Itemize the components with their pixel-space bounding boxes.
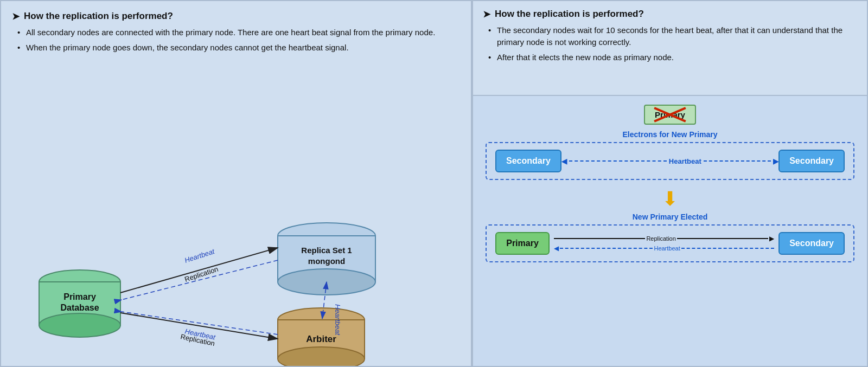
svg-text:Database: Database [60, 303, 99, 312]
right-panel: ➤ How the replication is performed? The … [472, 0, 868, 367]
right-title: ➤ How the replication is performed? [483, 9, 857, 20]
svg-text:Replication: Replication [183, 265, 219, 284]
down-arrow: ⬇ [662, 188, 678, 210]
heartbeat-arrows: ◀ Heartbeat ▶ [561, 157, 778, 165]
left-title: ➤ How the replication is performed? [12, 11, 460, 22]
left-diagram: Primary Database Replica Set 1 mongond A… [1, 165, 473, 366]
secondary-btn-3: Secondary [778, 232, 845, 255]
secondary-heartbeat-box: Secondary ◀ Heartbeat ▶ Secondary [486, 142, 854, 180]
heartbeat-label-2: Heartbeat [654, 245, 680, 252]
svg-line-27 [122, 260, 278, 300]
secondary-btn-1: Secondary [495, 150, 561, 172]
primary-new-btn: Primary [495, 232, 550, 255]
new-primary-label: New Primary Elected [633, 213, 708, 221]
replication-label: Replication [646, 235, 675, 242]
secondary-btn-2: Secondary [778, 150, 845, 172]
right-top: ➤ How the replication is performed? The … [473, 1, 867, 96]
arrow-icon: ➤ [12, 11, 20, 22]
left-bullet-2: When the primary node goes down, the sec… [17, 42, 460, 54]
right-arrow-icon: ➤ [483, 9, 490, 20]
new-primary-box: Primary Replication ▶ ◀ Heartbeat Second… [486, 224, 854, 262]
primary-failed-container: Primary [644, 105, 696, 127]
left-panel: ➤ How the replication is performed? All … [0, 0, 472, 367]
svg-text:Primary: Primary [63, 292, 96, 301]
left-bullet-list: All secondary nodes are connected with t… [12, 27, 460, 54]
svg-text:Heartbeat: Heartbeat [183, 247, 216, 265]
replication-row: Replication ▶ [554, 235, 774, 242]
replication-heartbeat-arrows: Replication ▶ ◀ Heartbeat [550, 235, 778, 252]
heartbeat-row: ◀ Heartbeat [554, 244, 774, 252]
right-bullet-1: The secondary nodes wait for 10 seconds … [488, 24, 857, 48]
right-bullet-2: After that it elects the new node as pri… [488, 51, 857, 63]
primary-failed-box: Primary [644, 105, 696, 125]
left-diagram-svg: Primary Database Replica Set 1 mongond A… [1, 165, 473, 366]
svg-point-2 [39, 313, 120, 337]
right-bullet-list: The secondary nodes wait for 10 seconds … [483, 24, 857, 63]
left-bullet-1: All secondary nodes are connected with t… [17, 27, 460, 38]
svg-text:Heartbeat: Heartbeat [334, 304, 342, 336]
svg-text:mongond: mongond [308, 256, 345, 266]
election-label: Electrons for New Primary [622, 130, 717, 139]
svg-text:Replica Set 1: Replica Set 1 [301, 246, 352, 255]
svg-text:Arbiter: Arbiter [306, 334, 336, 344]
right-bottom: Primary Electrons for New Primary Second… [473, 96, 867, 366]
